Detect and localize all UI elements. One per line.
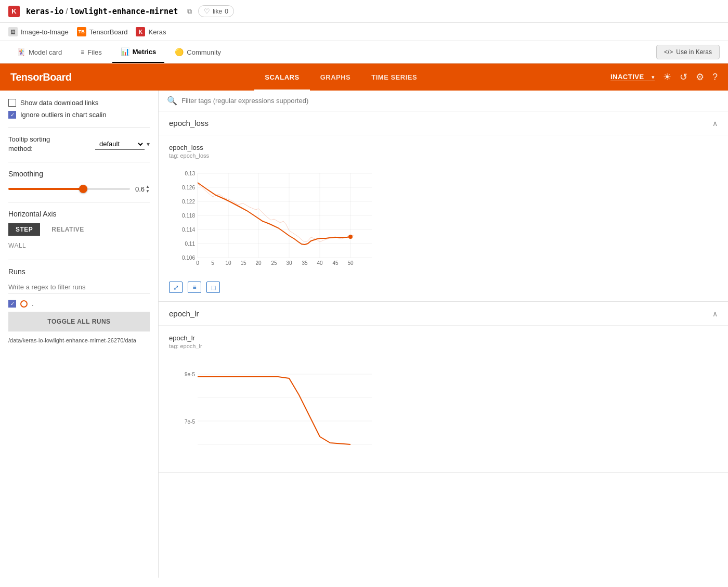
wall-label: WALL <box>8 240 150 251</box>
tool-tensorboard[interactable]: TB TensorBoard <box>77 27 128 36</box>
expand-chart-button[interactable]: ⤢ <box>169 282 183 293</box>
epoch-lr-svg: 9e-5 7e-5 <box>169 353 377 468</box>
epoch-lr-title: epoch_lr <box>169 309 199 318</box>
tb-time-series-label: TIME SERIES <box>371 73 417 81</box>
axis-buttons: STEP RELATIVE <box>8 223 150 236</box>
smoothing-section: Smoothing 0.6 ▲▼ <box>8 170 150 194</box>
relative-button[interactable]: RELATIVE <box>44 223 91 236</box>
epoch-loss-chart: 0.13 0.126 0.122 0.118 0.114 0.11 0.106 … <box>169 163 377 277</box>
tool-label-tensorboard: TensorBoard <box>89 28 128 36</box>
ignore-outliers-row: ✓ Ignore outliers in chart scalin <box>8 111 150 119</box>
slider-thumb[interactable] <box>79 185 87 193</box>
tab-model-card[interactable]: 🃏 Model card <box>8 42 70 62</box>
svg-text:35: 35 <box>302 260 308 266</box>
tensorboard-nav: SCALARS GRAPHS TIME SERIES <box>254 63 427 91</box>
epoch-loss-svg: 0.13 0.126 0.122 0.118 0.114 0.11 0.106 … <box>169 163 377 277</box>
svg-text:25: 25 <box>271 260 277 266</box>
copy-icon[interactable]: ⧉ <box>187 7 192 16</box>
tooltip-sort-select[interactable]: default ascending descending <box>95 138 145 150</box>
epoch-loss-collapse-icon[interactable]: ∧ <box>712 119 718 127</box>
tensorboard-icon: TB <box>77 27 86 36</box>
runs-filter-input[interactable] <box>8 281 150 294</box>
tool-label-keras: Keras <box>148 28 166 36</box>
tooltip-sort-arrow: ▾ <box>147 141 150 148</box>
svg-text:0.11: 0.11 <box>185 241 196 247</box>
svg-text:20: 20 <box>255 260 262 266</box>
tb-nav-scalars[interactable]: SCALARS <box>254 63 309 91</box>
svg-text:50: 50 <box>347 260 354 266</box>
smoothing-stepper[interactable]: ▲▼ <box>146 184 150 194</box>
epoch-lr-collapse-icon[interactable]: ∧ <box>712 310 718 318</box>
inactive-selector-wrapper: INACTIVE ACTIVE <box>610 73 655 81</box>
epoch-loss-chart-tag: tag: epoch_loss <box>169 152 718 159</box>
filter-input[interactable] <box>181 97 720 105</box>
tooltip-section: Tooltip sorting method: default ascendin… <box>8 135 150 154</box>
epoch-lr-header: epoch_lr ∧ <box>159 302 728 326</box>
top-header: K keras-io / lowlight-enhance-mirnet ⧉ ♡… <box>0 0 728 23</box>
search-icon: 🔍 <box>167 96 177 106</box>
inactive-select[interactable]: INACTIVE ACTIVE <box>610 73 655 81</box>
epoch-lr-chart-title: epoch_lr <box>169 334 718 342</box>
run-checkbox-1[interactable]: ✓ <box>8 300 16 308</box>
show-download-checkbox[interactable] <box>8 99 16 107</box>
epoch-loss-section: epoch_loss ∧ epoch_loss tag: epoch_loss <box>159 111 728 302</box>
epoch-lr-chart-container: epoch_lr tag: epoch_lr 9e-5 7e-5 <box>159 326 728 472</box>
like-count: 0 <box>225 8 228 15</box>
like-button[interactable]: ♡ like 0 <box>198 5 234 17</box>
tab-community-label: Community <box>187 48 221 56</box>
tool-keras[interactable]: K Keras <box>136 27 166 36</box>
epoch-loss-title: epoch_loss <box>169 119 209 127</box>
smoothing-slider[interactable] <box>8 188 130 190</box>
svg-text:45: 45 <box>332 260 339 266</box>
epoch-lr-section: epoch_lr ∧ epoch_lr tag: epoch_lr 9e-5 7 <box>159 302 728 473</box>
step-button[interactable]: STEP <box>8 223 40 236</box>
svg-text:5: 5 <box>211 260 214 266</box>
svg-text:0: 0 <box>196 260 199 266</box>
toggle-all-runs-button[interactable]: TOGGLE ALL RUNS <box>8 312 150 331</box>
smoothing-row: 0.6 ▲▼ <box>8 184 150 194</box>
ignore-outliers-checkbox[interactable]: ✓ <box>8 111 16 119</box>
help-icon[interactable]: ? <box>712 72 718 83</box>
horizontal-axis-section: Horizontal Axis STEP RELATIVE WALL <box>8 210 150 251</box>
tb-nav-graphs[interactable]: GRAPHS <box>310 63 361 91</box>
selection-button[interactable]: ⬚ <box>206 282 220 293</box>
epoch-loss-chart-container: epoch_loss tag: epoch_loss <box>159 135 728 301</box>
like-label: like <box>213 8 222 15</box>
h-axis-title: Horizontal Axis <box>8 210 150 218</box>
sidebar: Show data download links ✓ Ignore outlie… <box>0 91 159 578</box>
svg-text:7e-5: 7e-5 <box>185 419 195 425</box>
svg-text:9e-5: 9e-5 <box>185 372 195 377</box>
refresh-icon[interactable]: ↺ <box>680 71 687 83</box>
run-label-1: . <box>32 300 34 308</box>
svg-text:15: 15 <box>240 260 246 266</box>
epoch-lr-chart: 9e-5 7e-5 <box>169 353 377 468</box>
tab-files-label: Files <box>87 48 101 56</box>
tb-nav-time-series[interactable]: TIME SERIES <box>361 63 427 91</box>
tools-bar: 🖼 Image-to-Image TB TensorBoard K Keras <box>0 23 728 41</box>
run-circle-1 <box>20 300 28 308</box>
tool-image-to-image[interactable]: 🖼 Image-to-Image <box>8 27 69 36</box>
show-download-label: Show data download links <box>20 99 98 107</box>
tool-label-image: Image-to-Image <box>21 28 69 36</box>
tensorboard-bar: TensorBoard SCALARS GRAPHS TIME SERIES I… <box>0 63 728 91</box>
files-icon: ≡ <box>81 48 84 56</box>
use-in-keras-button[interactable]: </> Use in Keras <box>656 45 720 59</box>
run-path: /data/keras-io-lowlight-enhance-mirnet-2… <box>8 337 150 344</box>
heart-icon: ♡ <box>204 7 210 15</box>
tab-metrics[interactable]: 📊 Metrics <box>112 41 165 63</box>
options-section: Show data download links ✓ Ignore outlie… <box>8 99 150 119</box>
run-item-1: ✓ . <box>8 300 150 308</box>
tab-community[interactable]: 🟡 Community <box>166 42 229 62</box>
tooltip-row: Tooltip sorting method: default ascendin… <box>8 135 150 154</box>
tensorboard-logo: TensorBoard <box>10 71 71 83</box>
runs-section: Runs ✓ . TOGGLE ALL RUNS /data/keras-io-… <box>8 267 150 344</box>
data-table-button[interactable]: ≡ <box>188 282 201 293</box>
slider-fill <box>8 188 81 190</box>
svg-text:30: 30 <box>286 260 292 266</box>
tab-files[interactable]: ≡ Files <box>72 42 110 62</box>
keras-tool-icon: K <box>136 27 145 36</box>
tab-metrics-label: Metrics <box>133 48 157 56</box>
brightness-icon[interactable]: ☀ <box>663 71 671 83</box>
settings-icon[interactable]: ⚙ <box>696 71 704 83</box>
svg-text:0.13: 0.13 <box>185 171 196 176</box>
